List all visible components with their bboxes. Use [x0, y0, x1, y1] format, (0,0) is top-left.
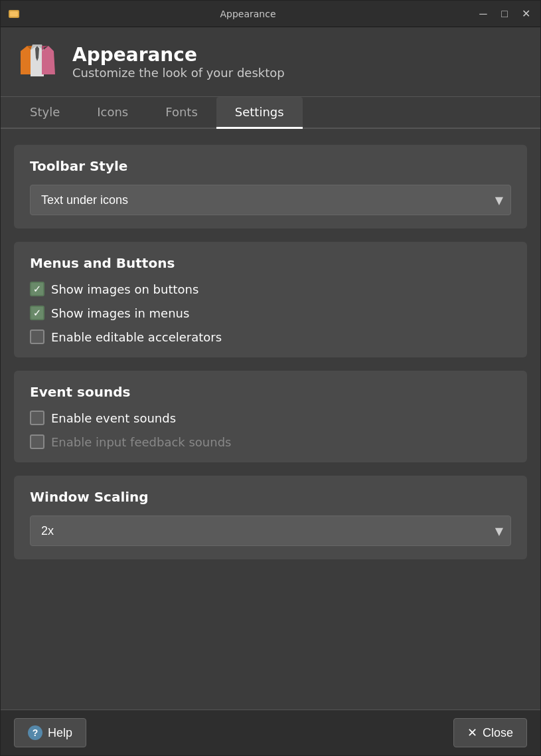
header-text: Appearance Customize the look of your de… [72, 44, 285, 80]
event-sounds-title: Event sounds [30, 384, 511, 400]
enable-input-feedback-label: Enable input feedback sounds [51, 435, 231, 449]
maximize-button[interactable]: □ [495, 5, 514, 23]
close-label: Close [483, 726, 513, 740]
window-scaling-select[interactable]: 1x 2x 3x [30, 516, 511, 546]
toolbar-style-dropdown-wrapper: Text under icons Icons only Text only Te… [30, 185, 511, 215]
svg-rect-1 [10, 11, 18, 17]
enable-accelerators-label: Enable editable accelerators [51, 330, 222, 344]
tab-icons[interactable]: Icons [78, 97, 147, 129]
window-scaling-section: Window Scaling 1x 2x 3x ▼ [14, 476, 527, 559]
header-icon [14, 38, 62, 86]
close-button[interactable]: ✕ [516, 5, 535, 23]
show-images-buttons-item[interactable]: Show images on buttons [30, 282, 511, 296]
footer: ? Help ✕ Close [1, 709, 540, 755]
close-prefix-icon: ✕ [467, 725, 477, 740]
enable-event-sounds-checkbox[interactable] [30, 411, 44, 425]
tab-settings[interactable]: Settings [216, 97, 303, 129]
window-controls: ─ □ ✕ [474, 5, 535, 23]
menus-buttons-section: Menus and Buttons Show images on buttons… [14, 242, 527, 357]
menus-buttons-title: Menus and Buttons [30, 255, 511, 271]
toolbar-style-section: Toolbar Style Text under icons Icons onl… [14, 145, 527, 229]
enable-accelerators-checkbox[interactable] [30, 330, 44, 344]
show-images-menus-checkbox[interactable] [30, 306, 44, 320]
minimize-button[interactable]: ─ [474, 5, 493, 23]
event-sounds-section: Event sounds Enable event sounds Enable … [14, 371, 527, 462]
window-scaling-dropdown-wrapper: 1x 2x 3x ▼ [30, 516, 511, 546]
show-images-buttons-checkbox[interactable] [30, 282, 44, 296]
app-title: Appearance [72, 44, 285, 66]
enable-input-feedback-checkbox[interactable] [30, 434, 44, 449]
settings-content: Toolbar Style Text under icons Icons onl… [1, 129, 540, 709]
help-label: Help [48, 726, 72, 740]
app-subtitle: Customize the look of your desktop [72, 66, 285, 80]
window-scaling-title: Window Scaling [30, 489, 511, 505]
show-images-menus-item[interactable]: Show images in menus [30, 306, 511, 320]
help-button[interactable]: ? Help [14, 718, 86, 747]
enable-event-sounds-label: Enable event sounds [51, 411, 176, 425]
enable-input-feedback-item[interactable]: Enable input feedback sounds [30, 434, 511, 449]
tab-fonts[interactable]: Fonts [147, 97, 216, 129]
tab-style[interactable]: Style [11, 97, 78, 129]
app-window: Appearance ─ □ ✕ Appearance [0, 0, 541, 756]
close-button[interactable]: ✕ Close [453, 718, 527, 747]
app-icon [6, 6, 22, 22]
tabs: Style Icons Fonts Settings [1, 97, 540, 129]
toolbar-style-title: Toolbar Style [30, 158, 511, 174]
help-icon: ? [28, 725, 42, 740]
enable-accelerators-item[interactable]: Enable editable accelerators [30, 330, 511, 344]
enable-event-sounds-item[interactable]: Enable event sounds [30, 411, 511, 425]
titlebar-title: Appearance [22, 9, 474, 19]
header: Appearance Customize the look of your de… [1, 27, 540, 97]
toolbar-style-select[interactable]: Text under icons Icons only Text only Te… [30, 185, 511, 215]
show-images-menus-label: Show images in menus [51, 306, 189, 320]
titlebar: Appearance ─ □ ✕ [1, 1, 540, 27]
show-images-buttons-label: Show images on buttons [51, 282, 198, 296]
